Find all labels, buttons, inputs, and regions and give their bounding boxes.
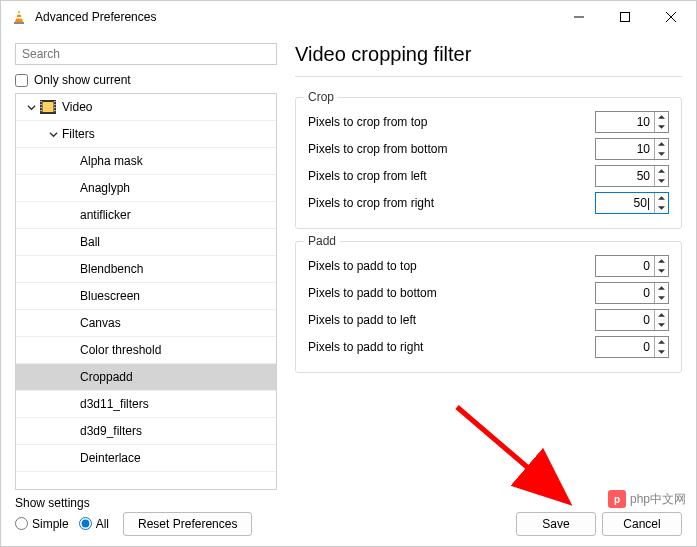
preferences-tree[interactable]: Video Filters Alpha maskAnaglyphantiflic… [15,93,277,490]
svg-rect-13 [41,110,42,111]
spin-up-button[interactable] [655,166,668,176]
svg-rect-5 [621,13,630,22]
svg-marker-29 [658,296,665,300]
tree-item[interactable]: Croppadd [16,364,276,391]
tree-item[interactable]: Alpha mask [16,148,276,175]
page-title: Video cropping filter [295,43,682,77]
svg-rect-3 [15,17,22,19]
tree-item[interactable]: d3d9_filters [16,418,276,445]
spin-up-button[interactable] [655,283,668,293]
field-row: Pixels to crop from top10 [308,108,669,135]
spin-down-button[interactable] [655,293,668,303]
spin-input[interactable]: 50| [595,192,669,214]
spin-value[interactable]: 0 [596,340,654,354]
spin-up-button[interactable] [655,139,668,149]
radio-simple-input[interactable] [15,517,28,530]
svg-marker-31 [658,323,665,327]
spin-value[interactable]: 0 [596,313,654,327]
spin-input[interactable]: 10 [595,138,669,160]
svg-marker-21 [658,152,665,156]
svg-rect-11 [41,104,42,105]
tree-item[interactable]: Deinterlace [16,445,276,472]
field-label: Pixels to padd to right [308,340,595,354]
tree-item[interactable]: Canvas [16,310,276,337]
tree-item-video[interactable]: Video [16,94,276,121]
tree-item-label: Ball [80,235,100,249]
tree-item[interactable]: Ball [16,229,276,256]
radio-all[interactable]: All [79,517,109,531]
only-show-current-checkbox[interactable]: Only show current [15,73,277,87]
spin-value[interactable]: 50| [596,196,654,210]
radio-simple[interactable]: Simple [15,517,69,531]
spin-up-button[interactable] [655,310,668,320]
field-row: Pixels to padd to right0 [308,333,669,360]
tree-item[interactable]: Blendbench [16,256,276,283]
group-title: Crop [304,90,338,104]
spin-input[interactable]: 0 [595,255,669,277]
window-title: Advanced Preferences [35,10,156,24]
tree-item[interactable]: Bluescreen [16,283,276,310]
svg-rect-2 [16,13,22,15]
tree-item[interactable]: Anaglyph [16,175,276,202]
spin-value[interactable]: 0 [596,286,654,300]
spin-down-button[interactable] [655,176,668,186]
tree-item-label: Alpha mask [80,154,143,168]
svg-marker-33 [658,350,665,354]
radio-all-label: All [96,517,109,531]
radio-all-input[interactable] [79,517,92,530]
maximize-button[interactable] [602,1,648,33]
tree-item-label: Blendbench [80,262,143,276]
svg-rect-16 [54,107,55,108]
reset-preferences-button[interactable]: Reset Preferences [123,512,252,536]
search-input[interactable] [15,43,277,65]
field-label: Pixels to crop from bottom [308,142,595,156]
spin-up-button[interactable] [655,112,668,122]
minimize-button[interactable] [556,1,602,33]
spin-input[interactable]: 50 [595,165,669,187]
spin-down-button[interactable] [655,266,668,276]
spin-input[interactable]: 10 [595,111,669,133]
field-row: Pixels to padd to left0 [308,306,669,333]
svg-marker-32 [658,340,665,344]
field-label: Pixels to crop from right [308,196,595,210]
tree-item-label: Color threshold [80,343,161,357]
settings-group: CropPixels to crop from top10Pixels to c… [295,97,682,229]
field-label: Pixels to padd to bottom [308,286,595,300]
tree-item-label: Bluescreen [80,289,140,303]
spin-value[interactable]: 10 [596,142,654,156]
tree-item[interactable]: d3d11_filters [16,391,276,418]
only-show-current-label: Only show current [34,73,131,87]
spin-value[interactable]: 50 [596,169,654,183]
settings-group: PaddPixels to padd to top0Pixels to padd… [295,241,682,373]
spin-input[interactable]: 0 [595,336,669,358]
spin-up-button[interactable] [655,337,668,347]
spin-input[interactable]: 0 [595,282,669,304]
tree-item[interactable]: antiflicker [16,202,276,229]
svg-marker-20 [658,142,665,146]
tree-item-label: Deinterlace [80,451,141,465]
spin-down-button[interactable] [655,347,668,357]
spin-input[interactable]: 0 [595,309,669,331]
cancel-button[interactable]: Cancel [602,512,682,536]
spin-down-button[interactable] [655,203,668,213]
tree-item-label: d3d11_filters [80,397,149,411]
close-button[interactable] [648,1,694,33]
spin-down-button[interactable] [655,320,668,330]
svg-marker-19 [658,125,665,129]
field-row: Pixels to padd to top0 [308,252,669,279]
tree-item-label: Anaglyph [80,181,130,195]
tree-item[interactable]: Color threshold [16,337,276,364]
tree-item-label: Video [62,100,92,114]
spin-down-button[interactable] [655,122,668,132]
spin-value[interactable]: 10 [596,115,654,129]
spin-down-button[interactable] [655,149,668,159]
only-show-current-input[interactable] [15,74,28,87]
field-label: Pixels to padd to top [308,259,595,273]
spin-up-button[interactable] [655,256,668,266]
svg-rect-15 [54,104,55,105]
save-button[interactable]: Save [516,512,596,536]
spin-value[interactable]: 0 [596,259,654,273]
vlc-icon [11,9,27,25]
tree-item-filters[interactable]: Filters [16,121,276,148]
spin-up-button[interactable] [655,193,668,203]
